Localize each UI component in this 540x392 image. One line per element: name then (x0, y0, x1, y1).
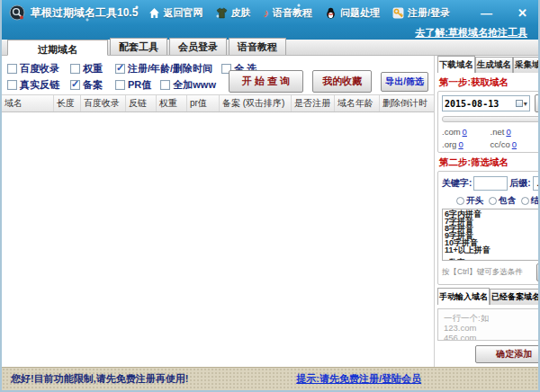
col-pr[interactable]: pr值 (187, 95, 220, 111)
tab-collect-domains[interactable]: 采集域名 (513, 57, 538, 73)
action-buttons: 开 始 查 询 我的收藏 导出/筛选 (229, 70, 428, 93)
shirt-icon (216, 7, 228, 19)
calendar-dropdown[interactable]: ▾ (516, 100, 527, 108)
menu-problem-help[interactable]: 问题处理 (325, 6, 380, 20)
checkbox-weight[interactable]: 权重 (70, 62, 115, 76)
col-icp-sort[interactable]: 备案 (双击排序) (220, 95, 292, 111)
tab-member-login[interactable]: 会员登录 (169, 38, 227, 55)
tab-icp-recorded[interactable]: 已经备案域名 (490, 289, 538, 305)
right-panel-tabs: 下载域名 生成域名 采集域名 导出/筛选 (437, 58, 538, 73)
checkbox-add-www[interactable]: 全加www (160, 78, 216, 92)
tab-supporting-tools[interactable]: 配套工具 (110, 38, 167, 55)
manual-input-tabs: 手动输入域名 已经备案域名 未备案域名 (437, 290, 538, 305)
menu-home[interactable]: 返回官网 (148, 6, 203, 20)
col-domain[interactable]: 域名 (2, 95, 54, 111)
checkbox-label: PR值 (128, 78, 151, 92)
checkbox-label: 全加www (173, 78, 216, 92)
table-header: 域名 长度 百度收录 反链 权重 pr值 备案 (双击排序) 是否注册 域名年龄… (2, 94, 434, 112)
keyword-input[interactable] (473, 176, 508, 191)
tab-generate-domains[interactable]: 生成域名 (475, 57, 513, 73)
right-pane: 下载域名 生成域名 采集域名 导出/筛选 第一步:获取域名 2015-08-13… (435, 56, 538, 367)
checkbox-icon (115, 64, 125, 74)
keyword-label: 关键字: (442, 177, 472, 190)
radio-label: 开头 (466, 195, 483, 207)
col-registered[interactable]: 是否注册 (292, 95, 335, 111)
checkbox-icp-record[interactable]: 备案 (70, 78, 115, 92)
checkbox-reg-age-delete[interactable]: 注册/年龄/删除时间 (115, 62, 212, 76)
menu-voice-tutorial[interactable]: ♪ 语音教程 (264, 6, 313, 20)
col-weight[interactable]: 权重 (157, 95, 187, 111)
menu-register-login[interactable]: 注册/登录 (392, 6, 450, 20)
col-length[interactable]: 长度 (54, 95, 81, 111)
ext-label: .com (442, 127, 461, 137)
confirm-add-button[interactable]: 确定添加 (475, 345, 538, 363)
col-domain-age[interactable]: 域名年龄 (335, 95, 380, 111)
menu-voice-tutorial-label: 语音教程 (273, 6, 312, 20)
status-bar: 您好!目前功能限制,请先免费注册再使用! 提示:请先免费注册/登陆会员 (2, 367, 538, 390)
ext-count-link[interactable]: 0 (463, 127, 467, 137)
manual-domain-textarea[interactable]: 一行一个:如 123.com 456.com 也可将带有域名的 【TXT文本】 … (437, 308, 538, 341)
date-row: 2015-08-13 ▾ 开始下载 (442, 94, 538, 112)
checkbox-label: 权重 (83, 62, 103, 76)
placeholder-line: 一行一个:如 (444, 313, 538, 323)
ext-count-link[interactable]: 0 (506, 127, 510, 137)
minimize-button[interactable]: — (477, 6, 496, 20)
menu-skin-label: 皮肤 (231, 6, 251, 20)
checkbox-real-backlinks[interactable]: 真实反链 (7, 78, 70, 92)
suffix-select[interactable]: .com ▾ (533, 176, 538, 191)
col-delete-countdown[interactable]: 删除倒计时 (380, 95, 434, 111)
date-picker[interactable]: 2015-08-13 ▾ (442, 95, 530, 111)
checkbox-pr-value[interactable]: PR值 (115, 78, 151, 92)
extension-counts: .com0 .net0 .cn0 .org0 cc/co0 info0 (442, 127, 538, 149)
main-tab-bar: 过期域名 配套工具 会员登录 语音教程 (2, 40, 538, 56)
app-window: 草根过期域名工具10.5 返回官网 皮肤 ♪ 语音教程 (0, 0, 540, 392)
checkbox-icon (115, 80, 125, 90)
menu-register-login-label: 注册/登录 (408, 6, 450, 20)
checkbox-label: 真实反链 (20, 78, 59, 92)
ext-net: .net0 (490, 127, 538, 137)
col-baidu-index[interactable]: 百度收录 (81, 95, 126, 111)
tab-download-domains[interactable]: 下载域名 (437, 56, 475, 73)
tab-manual-input[interactable]: 手动输入域名 (437, 288, 490, 305)
calendar-icon (516, 100, 523, 107)
menu-problem-help-label: 问题处理 (340, 6, 380, 20)
my-favorites-button[interactable]: 我的收藏 (312, 70, 372, 93)
radio-starts-with[interactable]: 开头 (456, 195, 483, 207)
radio-icon (489, 197, 497, 205)
music-note-icon: ♪ (264, 6, 270, 20)
ext-label: cc/co (490, 139, 510, 149)
checkbox-label: 备案 (83, 78, 103, 92)
ext-cc-co: cc/co0 (490, 139, 538, 149)
tab-expired-domains[interactable]: 过期域名 (7, 40, 108, 56)
left-pane: 百度收录 权重 注册/年龄/删除时间 全 选 (2, 56, 435, 367)
home-icon (148, 7, 160, 19)
option-pinyin-11plus[interactable]: 11+以上拼音 (445, 246, 538, 254)
qq-icon (325, 7, 337, 19)
option-3-digits[interactable]: 3数字 (445, 259, 538, 260)
keyword-row: 关键字: 后缀: .com ▾ (442, 174, 538, 192)
start-query-button[interactable]: 开 始 查 询 (229, 70, 303, 93)
start-filter-button[interactable]: 开始筛选 (536, 263, 538, 281)
export-filter-button[interactable]: 导出/筛选 (381, 72, 428, 92)
ext-count-link[interactable]: 0 (512, 139, 517, 149)
download-progress-bar (442, 116, 538, 122)
table-body-empty (2, 112, 434, 367)
col-backlinks[interactable]: 反链 (126, 95, 157, 111)
status-message: 您好!目前功能限制,请先免费注册再使用! (11, 372, 188, 386)
checkbox-baidu-index[interactable]: 百度收录 (7, 62, 70, 76)
radio-ends-with[interactable]: 结尾 (521, 195, 538, 207)
menu-home-label: 返回官网 (164, 6, 203, 20)
tab-voice-tutorial[interactable]: 语音教程 (229, 38, 286, 55)
start-download-button[interactable]: 开始下载 (535, 94, 538, 112)
ext-label: .net (490, 127, 505, 137)
menu-skin[interactable]: 皮肤 (216, 6, 251, 20)
ext-count-link[interactable]: 0 (458, 139, 463, 149)
close-button[interactable]: ✕ (514, 6, 531, 20)
register-login-link[interactable]: 提示:请先免费注册/登陆会员 (296, 372, 421, 386)
step2-title: 第二步:筛选域名 (439, 156, 538, 169)
step1-title: 第一步:获取域名 (439, 76, 538, 89)
radio-contains[interactable]: 包含 (489, 195, 516, 207)
content-area: 百度收录 权重 注册/年龄/删除时间 全 选 (2, 56, 538, 367)
promo-link[interactable]: 去了解:草根域名抢注工具 (415, 26, 527, 40)
checkbox-icon (160, 80, 170, 90)
